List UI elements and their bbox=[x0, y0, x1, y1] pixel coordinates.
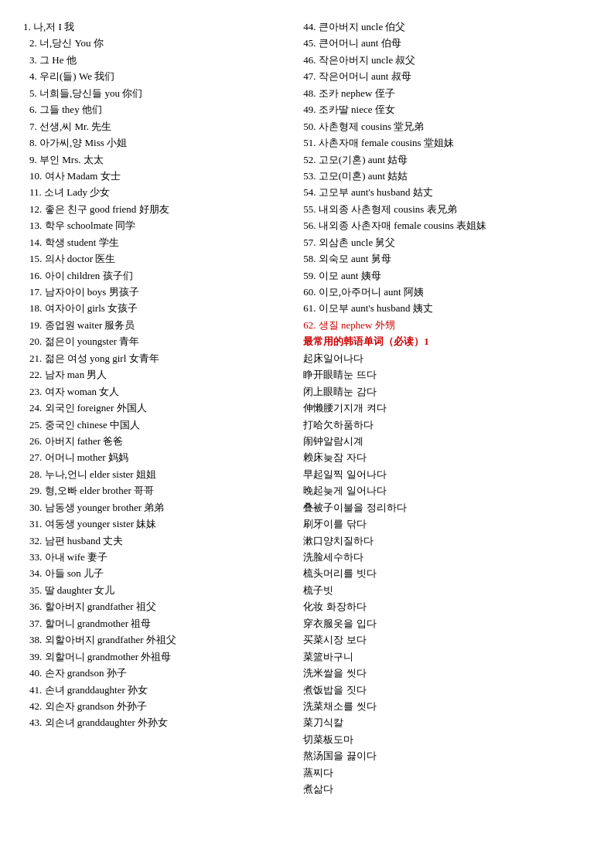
left-list-item: 37. 할머니 grandmother 祖母 bbox=[23, 615, 288, 631]
left-list-item: 19. 종업원 waiter 服务员 bbox=[23, 317, 288, 333]
right-list-item: 48. 조카 nephew 侄子 bbox=[303, 85, 591, 101]
left-list-item: 31. 여동생 younger sister 妹妹 bbox=[23, 516, 288, 532]
section2-item: 煮삶다 bbox=[303, 781, 591, 797]
left-list-item: 25. 중국인 chinese 中国人 bbox=[23, 417, 288, 433]
left-list-item: 42. 외손자 grandson 外孙子 bbox=[23, 698, 288, 714]
main-content: 1. 나,저 I 我2. 너,당신 You 你3. 그 He 他4. 우리(들)… bbox=[23, 19, 591, 798]
right-list-item: 55. 내외종 사촌형제 cousins 表兄弟 bbox=[303, 201, 591, 217]
left-list-item: 21. 젊은 여성 yong girl 女青年 bbox=[23, 350, 288, 366]
section2-item: 菜篮바구니 bbox=[303, 648, 591, 665]
left-list-item: 5. 너희들,당신들 you 你们 bbox=[23, 85, 288, 101]
section2-item: 闹钟알람시계 bbox=[303, 433, 591, 449]
right-list-item: 49. 조카딸 niece 侄女 bbox=[303, 101, 591, 117]
right-list-item: 57. 외삼촌 uncle 舅父 bbox=[303, 234, 591, 250]
left-list-item: 34. 아들 son 儿子 bbox=[23, 565, 288, 581]
right-list-item: 54. 고모부 aunt's husband 姑丈 bbox=[303, 184, 591, 200]
section2-item: 晚起늦게 일어나다 bbox=[303, 482, 591, 499]
section2-item: 梳头머리를 빗다 bbox=[303, 565, 591, 581]
right-list-item: 52. 고모(기혼) aunt 姑母 bbox=[303, 151, 591, 168]
left-list-item: 26. 아버지 father 爸爸 bbox=[23, 433, 288, 449]
right-list-item: 46. 작은아버지 uncle 叔父 bbox=[303, 52, 591, 68]
section2-item: 漱口양치질하다 bbox=[303, 533, 591, 549]
left-list-item: 41. 손녀 granddaughter 孙女 bbox=[23, 682, 288, 698]
left-list-item: 13. 학우 schoolmate 同学 bbox=[23, 217, 288, 233]
section2-item: 闭上眼睛눈 감다 bbox=[303, 383, 591, 400]
right-list-item: 44. 큰아버지 uncle 伯父 bbox=[303, 19, 591, 35]
section2-item: 洗米쌀을 씻다 bbox=[303, 665, 591, 681]
left-list-item: 30. 남동생 younger brother 弟弟 bbox=[23, 499, 288, 516]
section2-item: 起床일어나다 bbox=[303, 350, 591, 366]
left-list-item: 3. 그 He 他 bbox=[23, 52, 288, 68]
left-list-item: 27. 어머니 mother 妈妈 bbox=[23, 449, 288, 465]
left-list-item: 38. 외할아버지 grandfather 外祖父 bbox=[23, 631, 288, 648]
left-list-item: 20. 젊은이 youngster 青年 bbox=[23, 333, 288, 349]
left-list-item: 8. 아가씨,양 Miss 小姐 bbox=[23, 134, 288, 151]
left-list-item: 10. 여사 Madam 女士 bbox=[23, 168, 288, 184]
section2-item: 洗菜채소를 씻다 bbox=[303, 698, 591, 714]
left-list-item: 18. 여자아이 girls 女孩子 bbox=[23, 300, 288, 316]
right-list-item: 45. 큰어머니 aunt 伯母 bbox=[303, 35, 591, 51]
left-list-item: 36. 할아버지 grandfather 祖父 bbox=[23, 598, 288, 614]
section2-item: 梳子빗 bbox=[303, 582, 591, 598]
right-list-item: 58. 외숙모 aunt 舅母 bbox=[303, 250, 591, 267]
section2-item: 熬汤国을 끓이다 bbox=[303, 747, 591, 764]
section2-item: 洗脸세수하다 bbox=[303, 549, 591, 565]
left-list-item: 40. 손자 grandson 孙子 bbox=[23, 665, 288, 681]
left-list-item: 33. 아내 wife 妻子 bbox=[23, 549, 288, 565]
section2-item: 赖床늦잠 자다 bbox=[303, 449, 591, 465]
left-list-item: 23. 여자 woman 女人 bbox=[23, 383, 288, 400]
section2-item: 睁开眼睛눈 뜨다 bbox=[303, 366, 591, 383]
section2-item: 蒸찌다 bbox=[303, 764, 591, 781]
left-list-item: 17. 남자아이 boys 男孩子 bbox=[23, 284, 288, 300]
left-list-item: 35. 딸 daughter 女儿 bbox=[23, 582, 288, 598]
section2-heading: 最常用的韩语单词（必读）1 bbox=[303, 333, 591, 349]
left-list-item: 6. 그들 they 他们 bbox=[23, 101, 288, 117]
right-list-item: 61. 이모부 aunt's husband 姨丈 bbox=[303, 300, 591, 316]
section2-item: 化妆 화장하다 bbox=[303, 598, 591, 614]
left-list-item: 29. 형,오빠 elder brother 哥哥 bbox=[23, 482, 288, 499]
left-list-item: 7. 선생,씨 Mr. 先生 bbox=[23, 118, 288, 134]
left-list-item: 11. 소녀 Lady 少女 bbox=[23, 184, 288, 200]
left-list-item: 9. 부인 Mrs. 太太 bbox=[23, 151, 288, 168]
left-list-item: 43. 외손녀 granddaughter 外孙女 bbox=[23, 714, 288, 730]
right-list-item: 62. 생질 nephew 外甥 bbox=[303, 317, 591, 333]
section2-item: 切菜板도마 bbox=[303, 731, 591, 747]
section2-item: 刷牙이를 닦다 bbox=[303, 516, 591, 532]
section2-item: 叠被子이불을 정리하다 bbox=[303, 499, 591, 516]
section2-item: 伸懒腰기지개 켜다 bbox=[303, 400, 591, 416]
left-list-item: 4. 우리(들) We 我们 bbox=[23, 68, 288, 84]
left-list-item: 32. 남편 husband 丈夫 bbox=[23, 533, 288, 549]
section2-item: 打哈欠하품하다 bbox=[303, 417, 591, 433]
section2-item: 买菜시장 보다 bbox=[303, 631, 591, 648]
right-list-item: 60. 이모,아주머니 aunt 阿姨 bbox=[303, 284, 591, 300]
right-list-item: 53. 고모(미혼) aunt 姑姑 bbox=[303, 168, 591, 184]
left-list-item: 14. 학생 student 学生 bbox=[23, 234, 288, 250]
left-list-item: 2. 너,당신 You 你 bbox=[23, 35, 288, 51]
right-list-item: 59. 이모 aunt 姨母 bbox=[303, 267, 591, 284]
left-list-item: 22. 남자 man 男人 bbox=[23, 366, 288, 383]
right-list-item: 50. 사촌형제 cousins 堂兄弟 bbox=[303, 118, 591, 134]
section2-item: 煮饭밥을 짓다 bbox=[303, 682, 591, 698]
left-column: 1. 나,저 I 我2. 너,당신 You 你3. 그 He 他4. 우리(들)… bbox=[23, 19, 295, 798]
page-container: 1. 나,저 I 我2. 너,당신 You 你3. 그 He 他4. 우리(들)… bbox=[23, 19, 591, 798]
left-list-item: 28. 누나,언니 elder sister 姐姐 bbox=[23, 466, 288, 482]
section2-item: 早起일찍 일어나다 bbox=[303, 466, 591, 482]
left-list-item: 1. 나,저 I 我 bbox=[23, 19, 288, 35]
right-column: 44. 큰아버지 uncle 伯父45. 큰어머니 aunt 伯母46. 작은아… bbox=[295, 19, 591, 798]
left-list-item: 15. 의사 doctor 医生 bbox=[23, 250, 288, 267]
left-list-item: 39. 외할머니 grandmother 外祖母 bbox=[23, 648, 288, 665]
section2-item: 穿衣服옷을 입다 bbox=[303, 615, 591, 631]
right-list-item: 51. 사촌자매 female cousins 堂姐妹 bbox=[303, 134, 591, 151]
left-list-item: 24. 외국인 foreigner 外国人 bbox=[23, 400, 288, 416]
right-list-item: 47. 작은어머니 aunt 叔母 bbox=[303, 68, 591, 84]
section2-item: 菜刀식칼 bbox=[303, 714, 591, 730]
left-list-item: 16. 아이 children 孩子们 bbox=[23, 267, 288, 284]
left-list-item: 12. 좋은 친구 good friend 好朋友 bbox=[23, 201, 288, 217]
right-list-item: 56. 내외종 사촌자매 female cousins 表姐妹 bbox=[303, 217, 591, 233]
